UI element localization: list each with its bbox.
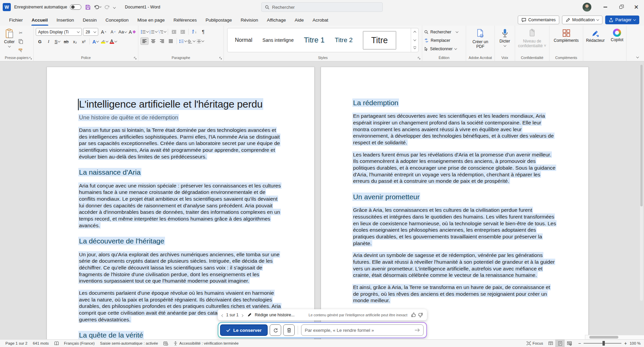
read-mode-button[interactable] [546, 340, 555, 347]
align-center-button[interactable] [149, 37, 157, 45]
gallery-down-icon[interactable] [411, 36, 418, 44]
keep-it-button[interactable]: Le conserver [220, 324, 268, 336]
dictate-button[interactable]: Dicter [498, 27, 512, 54]
language-indicator[interactable]: Français (France) [61, 340, 98, 347]
previous-result-icon[interactable] [222, 312, 224, 318]
show-marks-button[interactable]: ¶ [199, 28, 207, 35]
style-titre[interactable]: Titre [363, 31, 396, 50]
styles-gallery-scroll[interactable] [411, 28, 418, 52]
styles-dialog-launcher-icon[interactable] [418, 57, 421, 60]
tab-affichage[interactable]: Affichage [263, 14, 290, 26]
paste-button[interactable]: Coller [2, 27, 17, 54]
focus-button[interactable]: Focus [524, 340, 546, 347]
font-dialog-launcher-icon[interactable] [134, 57, 137, 60]
quick-access-overflow-icon[interactable] [113, 4, 115, 10]
copilot-prompt-input[interactable] [305, 328, 412, 333]
tab-r-f-rences[interactable]: Références [169, 14, 201, 26]
replace-button[interactable]: bc Remplacer [424, 37, 464, 44]
copilot-button[interactable]: Copilot [609, 27, 625, 54]
regenerate-button[interactable] [270, 324, 281, 336]
subscript-button[interactable]: x₂ [71, 38, 79, 45]
share-button[interactable]: Partager [605, 16, 639, 24]
sensitivity-button[interactable]: Niveau de confidentialité ˅ [515, 27, 550, 54]
find-button[interactable]: Rechercher [424, 28, 464, 36]
editing-mode-button[interactable]: Modification [562, 16, 602, 24]
font-size-combo[interactable]: 28 [83, 28, 98, 36]
select-button[interactable]: Sélectionner [424, 45, 464, 53]
text-predictions-icon[interactable] [161, 340, 171, 347]
line-spacing-button[interactable] [179, 37, 187, 45]
proofing-icon[interactable] [52, 340, 61, 347]
accessibility-status[interactable]: Accessibilité : vérification terminée [171, 340, 241, 347]
thumbs-down-icon[interactable] [418, 313, 423, 317]
justify-button[interactable] [167, 37, 175, 45]
multilevel-list-button[interactable]: 1ai [158, 28, 166, 35]
clear-formatting-button[interactable]: A [128, 28, 136, 36]
search-bar[interactable] [261, 2, 383, 12]
zoom-in-button[interactable]: + [624, 341, 627, 346]
send-icon[interactable] [414, 328, 420, 332]
style-normal[interactable]: Normal [235, 37, 252, 43]
web-layout-button[interactable] [565, 340, 574, 347]
tab-mise-en-page[interactable]: Mise en page [133, 14, 169, 26]
discard-button[interactable] [283, 324, 295, 336]
highlight-color-button[interactable] [100, 38, 108, 45]
copy-icon[interactable] [17, 38, 25, 45]
increase-indent-button[interactable] [179, 28, 187, 35]
gallery-up-icon[interactable] [411, 28, 418, 36]
decrease-indent-button[interactable] [170, 28, 178, 35]
undo-icon[interactable] [94, 5, 101, 9]
italic-button[interactable]: I [45, 38, 53, 45]
user-avatar[interactable] [583, 3, 591, 11]
zoom-slider[interactable] [584, 343, 621, 344]
tab-acrobat[interactable]: Acrobat [308, 14, 333, 26]
minimize-button[interactable] [597, 0, 613, 14]
change-case-button[interactable]: Aa [118, 28, 127, 36]
save-icon[interactable] [85, 5, 90, 10]
format-painter-icon[interactable] [17, 47, 25, 54]
tab-fichier[interactable]: Fichier [5, 14, 27, 26]
print-layout-button[interactable] [555, 340, 565, 347]
restore-button[interactable] [613, 0, 628, 14]
word-count[interactable]: 641 mots [30, 340, 51, 347]
next-result-icon[interactable] [241, 312, 243, 318]
superscript-button[interactable]: x² [80, 38, 88, 45]
style-titre-1[interactable]: Titre 1 [304, 36, 325, 45]
tab-publipostage[interactable]: Publipostage [201, 14, 236, 26]
search-input[interactable] [272, 5, 379, 10]
tab-conception[interactable]: Conception [101, 14, 133, 26]
tab-dessin[interactable]: Dessin [78, 14, 101, 26]
zoom-out-button[interactable]: − [578, 341, 581, 346]
paragraph-dialog-launcher-icon[interactable] [219, 57, 222, 60]
autosave-toggle[interactable] [70, 4, 81, 10]
style-sans-interligne[interactable]: Sans interligne [263, 37, 294, 43]
copilot-prompt-field[interactable] [301, 324, 424, 336]
create-pdf-button[interactable]: Créer un PDF [468, 27, 492, 54]
collapse-ribbon-icon[interactable] [637, 55, 639, 59]
underline-button[interactable]: S [53, 38, 61, 45]
grow-font-button[interactable]: A˄ [100, 28, 108, 36]
shrink-font-button[interactable]: A˅ [109, 28, 117, 36]
thumbs-up-icon[interactable] [411, 313, 416, 317]
numbered-list-button[interactable]: 123 [149, 28, 157, 35]
cut-icon[interactable]: ✂ [17, 29, 25, 36]
bullet-list-button[interactable] [140, 28, 149, 35]
page-count[interactable]: Page 1 sur 2 [3, 340, 30, 347]
sort-button[interactable]: AZ↓ [190, 28, 198, 35]
tab-insertion[interactable]: Insertion [52, 14, 79, 26]
page-1[interactable]: L'intelligence artificielle et l'héritag… [47, 67, 315, 339]
tab-accueil[interactable]: Accueil [27, 14, 52, 26]
redo-icon[interactable] [105, 5, 110, 9]
align-left-button[interactable] [140, 37, 149, 45]
align-right-button[interactable] [158, 37, 166, 45]
strikethrough-button[interactable]: ab [62, 38, 70, 45]
vertical-scrollbar[interactable] [640, 65, 643, 301]
prompt-title[interactable]: Rédige une histoire... [255, 313, 295, 317]
text-effects-button[interactable]: A [91, 38, 100, 45]
comments-button[interactable]: Commentaires [518, 16, 559, 24]
style-titre-2[interactable]: Titre 2 [335, 36, 353, 44]
zoom-level[interactable]: 100 % [627, 340, 641, 347]
autocomplete-indicator[interactable]: Saisie semi-automatique : activée [97, 340, 161, 347]
borders-button[interactable] [196, 37, 204, 45]
tab-aide[interactable]: Aide [290, 14, 308, 26]
